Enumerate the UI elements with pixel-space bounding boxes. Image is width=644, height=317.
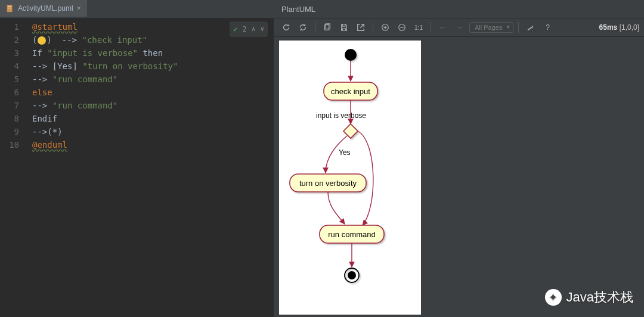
- svg-text:Yes: Yes: [339, 148, 351, 157]
- settings-icon[interactable]: [524, 20, 538, 35]
- inspection-widget[interactable]: ✔ 2 ∧ ∨: [230, 21, 268, 37]
- activity-diagram: check input input is verbose Yes turn on…: [279, 41, 421, 315]
- prev-page-icon[interactable]: ←: [436, 20, 450, 35]
- zoom-reset-button[interactable]: 1:1: [411, 20, 426, 35]
- svg-text:turn on verbosity: turn on verbosity: [299, 179, 357, 188]
- problem-count: 2: [243, 23, 247, 36]
- svg-text:check input: check input: [331, 87, 370, 96]
- preview-title: PlantUML: [274, 0, 644, 18]
- svg-text:input is verbose: input is verbose: [316, 111, 366, 120]
- diagram-canvas[interactable]: check input input is verbose Yes turn on…: [274, 37, 644, 317]
- tab-filename: ActivityUML.puml: [18, 4, 73, 13]
- wechat-icon: ✦: [545, 289, 562, 306]
- editor-tab-active[interactable]: ActivityUML.puml ×: [0, 0, 87, 18]
- editor-tab-bar: ActivityUML.puml ×: [0, 0, 274, 18]
- copy-icon[interactable]: [320, 20, 335, 35]
- save-icon[interactable]: [337, 20, 351, 35]
- svg-rect-1: [8, 7, 11, 7]
- refresh-icon[interactable]: [279, 20, 293, 35]
- page-select[interactable]: All Pages: [469, 22, 513, 33]
- chevron-down-icon[interactable]: ∨: [260, 23, 264, 36]
- reload-icon[interactable]: [296, 20, 310, 35]
- svg-rect-2: [8, 8, 11, 8]
- render-status: 65ms [1,0,0]: [599, 23, 639, 32]
- help-icon[interactable]: ?: [540, 20, 555, 35]
- watermark: ✦ Java技术栈: [545, 288, 633, 306]
- preview-pane: PlantUML 1:1 ← → All Pages ? 65ms [1,0,0…: [274, 0, 644, 317]
- external-icon[interactable]: [354, 20, 368, 35]
- svg-text:run command: run command: [328, 230, 375, 239]
- svg-point-17: [348, 271, 356, 279]
- next-page-icon[interactable]: →: [453, 20, 467, 35]
- zoom-in-icon[interactable]: [378, 20, 392, 35]
- chevron-up-icon[interactable]: ∧: [252, 23, 256, 36]
- zoom-out-icon[interactable]: [395, 20, 409, 35]
- code-editor[interactable]: 12345678910 @startuml () --> "check inpu…: [0, 18, 274, 317]
- preview-toolbar: 1:1 ← → All Pages ? 65ms [1,0,0]: [274, 18, 644, 37]
- puml-file-icon: [6, 4, 14, 13]
- check-icon: ✔: [233, 23, 237, 36]
- close-icon[interactable]: ×: [77, 4, 81, 13]
- intention-bulb-icon[interactable]: [38, 36, 46, 45]
- editor-pane: ActivityUML.puml × 12345678910 @startuml…: [0, 0, 274, 317]
- svg-point-7: [345, 49, 357, 61]
- line-gutter: 12345678910: [0, 18, 24, 317]
- code-area[interactable]: @startuml () --> "check input" If "input…: [24, 18, 274, 317]
